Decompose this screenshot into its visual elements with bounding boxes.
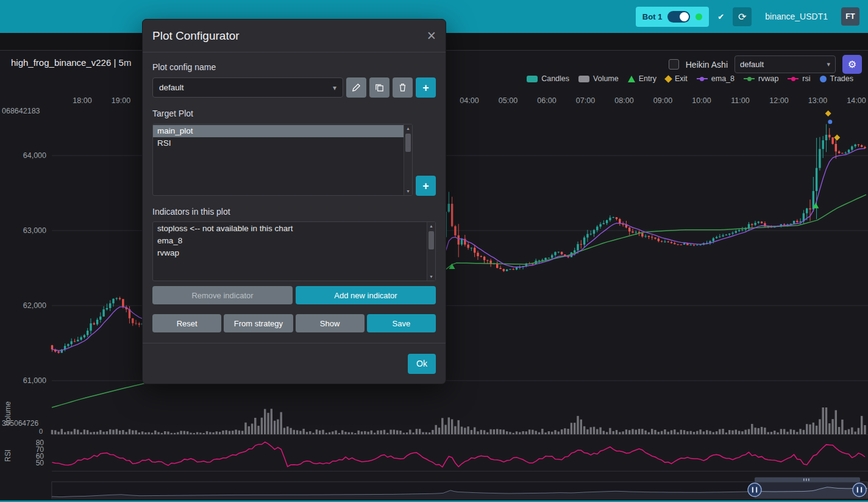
target-plot-listbox: main_plotRSI ▲ ▼ — [152, 124, 413, 196]
toggle-knob — [680, 12, 689, 21]
svg-text:50: 50 — [36, 459, 44, 467]
gear-icon: ⚙ — [848, 59, 856, 70]
scroll-thumb[interactable] — [405, 134, 411, 152]
rename-config-button[interactable] — [346, 77, 366, 98]
scroll-down-icon[interactable]: ▼ — [427, 274, 435, 279]
chart-settings-button[interactable]: ⚙ — [842, 55, 862, 74]
svg-text:0: 0 — [39, 428, 43, 435]
svg-text:09:00: 09:00 — [653, 96, 672, 105]
legend-item-Entry[interactable]: Entry — [628, 74, 656, 83]
indicator-option[interactable]: rvwap — [153, 247, 427, 259]
exit-legend-marker — [664, 75, 672, 83]
ema_8-legend-marker — [697, 76, 708, 82]
add-target-plot-button[interactable]: + — [416, 176, 436, 196]
legend-label: Entry — [639, 74, 656, 83]
svg-text:12:00: 12:00 — [769, 96, 788, 105]
plot-preset-select[interactable]: default ▾ — [735, 56, 836, 73]
scrollbar[interactable]: ▲ ▼ — [427, 222, 435, 281]
svg-text:RSI: RSI — [4, 450, 12, 462]
svg-text:13:00: 13:00 — [808, 96, 827, 105]
exit-marker — [834, 134, 840, 140]
add-new-indicator-button[interactable]: Add new indicator — [296, 286, 436, 304]
trade-marker — [828, 120, 832, 124]
remove-indicator-button[interactable]: Remove indicator — [152, 286, 293, 304]
legend-item-Candles[interactable]: Candles — [527, 74, 569, 83]
plus-icon: + — [422, 181, 429, 192]
trades-legend-marker — [820, 76, 827, 82]
legend-label: rvwap — [758, 74, 778, 83]
target-plot-list: main_plotRSI — [153, 125, 404, 195]
chart-controls: Heikin Ashi default ▾ ⚙ — [669, 55, 862, 74]
exit-marker — [825, 110, 831, 117]
rvwap-legend-marker — [744, 76, 755, 82]
heikin-ashi-checkbox[interactable] — [669, 59, 679, 70]
svg-text:Volume: Volume — [4, 401, 12, 426]
scrollbar[interactable]: ▲ ▼ — [404, 124, 412, 195]
refresh-icon: ⟳ — [738, 11, 746, 23]
bot-toggle[interactable] — [667, 11, 690, 23]
add-config-button[interactable]: + — [416, 77, 436, 98]
indicator-list: stoploss <-- not available in this chart… — [153, 223, 427, 280]
scroll-up-icon[interactable]: ▲ — [404, 126, 412, 131]
show-button[interactable]: Show — [296, 314, 365, 332]
legend-label: rsi — [802, 74, 810, 83]
target-plot-label: Target Plot — [152, 109, 436, 118]
legend: CandlesVolumeEntryExitema_8rvwaprsiTrade… — [527, 74, 853, 83]
legend-item-ema_8[interactable]: ema_8 — [697, 74, 735, 83]
scroll-thumb[interactable] — [429, 231, 434, 249]
indicator-option[interactable]: stoploss <-- not available in this chart — [153, 223, 427, 235]
svg-text:64,000: 64,000 — [23, 151, 46, 160]
legend-label: Trades — [830, 74, 853, 83]
heikin-ashi-label: Heikin Ashi — [686, 60, 728, 70]
plot-config-name-label: Plot config name — [152, 62, 436, 72]
legend-label: Candles — [541, 74, 569, 83]
modal-body: Plot config name default ▾ + Target Plot… — [143, 52, 446, 343]
svg-text:08:00: 08:00 — [614, 96, 633, 105]
account-avatar[interactable]: FT — [841, 7, 859, 26]
refresh-button[interactable]: ⟳ — [733, 7, 752, 26]
datazoom-right-handle[interactable] — [853, 483, 866, 497]
legend-item-Exit[interactable]: Exit — [666, 74, 688, 83]
save-button[interactable]: Save — [367, 314, 436, 332]
close-icon[interactable]: × — [427, 28, 436, 43]
pencil-icon — [352, 83, 361, 92]
indicator-option[interactable]: ema_8 — [153, 235, 427, 247]
svg-text:19:00: 19:00 — [112, 96, 130, 105]
delete-config-button[interactable] — [393, 77, 413, 98]
trash-icon — [398, 83, 407, 92]
from-strategy-button[interactable]: From strategy — [224, 314, 293, 332]
legend-item-Volume[interactable]: Volume — [578, 74, 619, 83]
svg-text:068642183: 068642183 — [2, 107, 40, 115]
modal-title: Plot Configurator — [152, 29, 240, 43]
rsi-line — [52, 442, 865, 467]
legend-item-rvwap[interactable]: rvwap — [744, 74, 778, 83]
svg-text:05:00: 05:00 — [499, 96, 518, 105]
rsi-legend-marker — [788, 76, 799, 82]
ok-button[interactable]: Ok — [408, 354, 436, 374]
indicators-label: Indicators in this plot — [152, 207, 436, 217]
legend-label: ema_8 — [711, 74, 735, 83]
legend-item-Trades[interactable]: Trades — [820, 74, 853, 83]
exchange-label: binance_USDT1 — [765, 12, 828, 21]
check-icon: ✔ — [717, 12, 724, 21]
target-plot-option[interactable]: main_plot — [153, 125, 404, 137]
config-name-select[interactable]: default ▾ — [152, 77, 343, 98]
config-name-value: default — [159, 83, 184, 92]
duplicate-config-button[interactable] — [369, 77, 390, 98]
svg-text:04:00: 04:00 — [460, 96, 478, 105]
scroll-down-icon[interactable]: ▼ — [404, 189, 412, 193]
reset-button[interactable]: Reset — [152, 314, 221, 332]
volume-bars — [51, 407, 866, 434]
datazoom-move-handle[interactable] — [755, 478, 860, 482]
plus-icon: + — [422, 82, 429, 93]
svg-text:10:00: 10:00 — [692, 96, 711, 105]
scroll-up-icon[interactable]: ▲ — [427, 224, 435, 228]
target-plot-option[interactable]: RSI — [153, 137, 404, 149]
datazoom-left-handle[interactable] — [748, 483, 761, 497]
plot-preset-value: default — [740, 60, 764, 69]
svg-text:14:00: 14:00 — [847, 96, 866, 105]
bot-selector-pill[interactable]: Bot 1 — [636, 7, 710, 27]
legend-item-rsi[interactable]: rsi — [788, 74, 810, 83]
chart-title: high_frog_binance_v226 | 5m — [11, 57, 131, 68]
svg-text:63,000: 63,000 — [23, 226, 46, 235]
